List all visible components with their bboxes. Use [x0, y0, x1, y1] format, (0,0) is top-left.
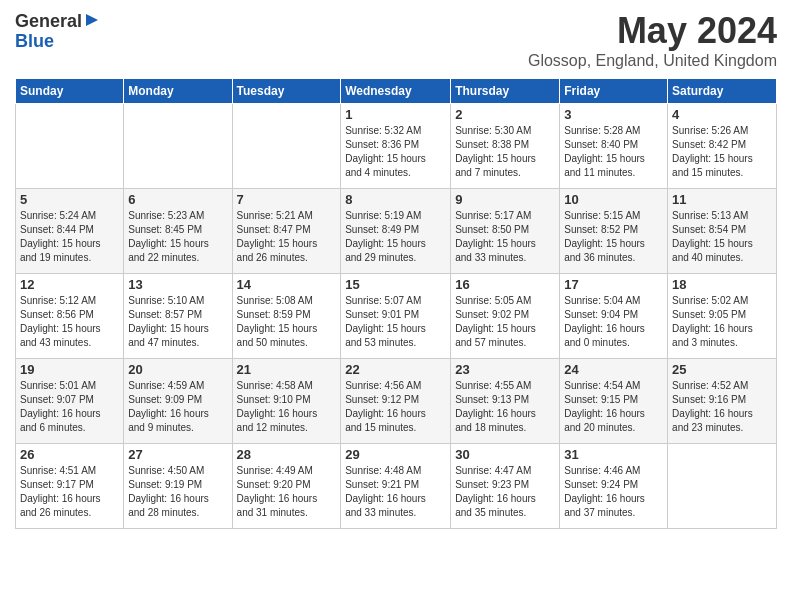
- calendar-cell: 26Sunrise: 4:51 AM Sunset: 9:17 PM Dayli…: [16, 444, 124, 529]
- calendar-cell: 30Sunrise: 4:47 AM Sunset: 9:23 PM Dayli…: [451, 444, 560, 529]
- calendar-cell: 6Sunrise: 5:23 AM Sunset: 8:45 PM Daylig…: [124, 189, 232, 274]
- day-detail: Sunrise: 4:49 AM Sunset: 9:20 PM Dayligh…: [237, 464, 337, 520]
- day-detail: Sunrise: 4:48 AM Sunset: 9:21 PM Dayligh…: [345, 464, 446, 520]
- day-detail: Sunrise: 4:46 AM Sunset: 9:24 PM Dayligh…: [564, 464, 663, 520]
- day-detail: Sunrise: 5:07 AM Sunset: 9:01 PM Dayligh…: [345, 294, 446, 350]
- logo: General Blue: [15, 10, 100, 50]
- day-detail: Sunrise: 4:56 AM Sunset: 9:12 PM Dayligh…: [345, 379, 446, 435]
- day-number: 4: [672, 107, 772, 122]
- day-number: 2: [455, 107, 555, 122]
- calendar-cell: 21Sunrise: 4:58 AM Sunset: 9:10 PM Dayli…: [232, 359, 341, 444]
- calendar-cell: [668, 444, 777, 529]
- calendar-cell: 12Sunrise: 5:12 AM Sunset: 8:56 PM Dayli…: [16, 274, 124, 359]
- calendar-cell: 29Sunrise: 4:48 AM Sunset: 9:21 PM Dayli…: [341, 444, 451, 529]
- col-header-sunday: Sunday: [16, 79, 124, 104]
- day-number: 11: [672, 192, 772, 207]
- calendar-cell: 16Sunrise: 5:05 AM Sunset: 9:02 PM Dayli…: [451, 274, 560, 359]
- col-header-thursday: Thursday: [451, 79, 560, 104]
- day-number: 6: [128, 192, 227, 207]
- calendar-cell: 25Sunrise: 4:52 AM Sunset: 9:16 PM Dayli…: [668, 359, 777, 444]
- day-detail: Sunrise: 5:15 AM Sunset: 8:52 PM Dayligh…: [564, 209, 663, 265]
- day-number: 27: [128, 447, 227, 462]
- day-detail: Sunrise: 5:02 AM Sunset: 9:05 PM Dayligh…: [672, 294, 772, 350]
- day-number: 24: [564, 362, 663, 377]
- day-number: 14: [237, 277, 337, 292]
- col-header-wednesday: Wednesday: [341, 79, 451, 104]
- calendar-cell: 27Sunrise: 4:50 AM Sunset: 9:19 PM Dayli…: [124, 444, 232, 529]
- day-number: 20: [128, 362, 227, 377]
- day-detail: Sunrise: 5:24 AM Sunset: 8:44 PM Dayligh…: [20, 209, 119, 265]
- day-detail: Sunrise: 5:19 AM Sunset: 8:49 PM Dayligh…: [345, 209, 446, 265]
- day-detail: Sunrise: 4:50 AM Sunset: 9:19 PM Dayligh…: [128, 464, 227, 520]
- col-header-monday: Monday: [124, 79, 232, 104]
- calendar-cell: 17Sunrise: 5:04 AM Sunset: 9:04 PM Dayli…: [560, 274, 668, 359]
- day-detail: Sunrise: 5:08 AM Sunset: 8:59 PM Dayligh…: [237, 294, 337, 350]
- day-number: 28: [237, 447, 337, 462]
- day-detail: Sunrise: 4:59 AM Sunset: 9:09 PM Dayligh…: [128, 379, 227, 435]
- day-number: 7: [237, 192, 337, 207]
- day-detail: Sunrise: 4:47 AM Sunset: 9:23 PM Dayligh…: [455, 464, 555, 520]
- day-detail: Sunrise: 5:05 AM Sunset: 9:02 PM Dayligh…: [455, 294, 555, 350]
- calendar-cell: [232, 104, 341, 189]
- calendar-cell: 19Sunrise: 5:01 AM Sunset: 9:07 PM Dayli…: [16, 359, 124, 444]
- day-detail: Sunrise: 4:58 AM Sunset: 9:10 PM Dayligh…: [237, 379, 337, 435]
- calendar-cell: 20Sunrise: 4:59 AM Sunset: 9:09 PM Dayli…: [124, 359, 232, 444]
- calendar-cell: 1Sunrise: 5:32 AM Sunset: 8:36 PM Daylig…: [341, 104, 451, 189]
- calendar-cell: 22Sunrise: 4:56 AM Sunset: 9:12 PM Dayli…: [341, 359, 451, 444]
- calendar-cell: 13Sunrise: 5:10 AM Sunset: 8:57 PM Dayli…: [124, 274, 232, 359]
- calendar-cell: [124, 104, 232, 189]
- calendar-header-row: SundayMondayTuesdayWednesdayThursdayFrid…: [16, 79, 777, 104]
- calendar-week-row: 19Sunrise: 5:01 AM Sunset: 9:07 PM Dayli…: [16, 359, 777, 444]
- day-detail: Sunrise: 5:32 AM Sunset: 8:36 PM Dayligh…: [345, 124, 446, 180]
- col-header-tuesday: Tuesday: [232, 79, 341, 104]
- svg-marker-0: [86, 14, 98, 26]
- calendar-cell: 18Sunrise: 5:02 AM Sunset: 9:05 PM Dayli…: [668, 274, 777, 359]
- day-detail: Sunrise: 5:30 AM Sunset: 8:38 PM Dayligh…: [455, 124, 555, 180]
- calendar-cell: 8Sunrise: 5:19 AM Sunset: 8:49 PM Daylig…: [341, 189, 451, 274]
- day-detail: Sunrise: 5:10 AM Sunset: 8:57 PM Dayligh…: [128, 294, 227, 350]
- calendar-cell: 31Sunrise: 4:46 AM Sunset: 9:24 PM Dayli…: [560, 444, 668, 529]
- calendar-cell: 4Sunrise: 5:26 AM Sunset: 8:42 PM Daylig…: [668, 104, 777, 189]
- month-title: May 2024: [528, 10, 777, 52]
- day-number: 23: [455, 362, 555, 377]
- calendar-cell: 24Sunrise: 4:54 AM Sunset: 9:15 PM Dayli…: [560, 359, 668, 444]
- logo-blue-text: Blue: [15, 32, 54, 50]
- day-number: 25: [672, 362, 772, 377]
- day-detail: Sunrise: 5:12 AM Sunset: 8:56 PM Dayligh…: [20, 294, 119, 350]
- day-detail: Sunrise: 4:51 AM Sunset: 9:17 PM Dayligh…: [20, 464, 119, 520]
- calendar-cell: 2Sunrise: 5:30 AM Sunset: 8:38 PM Daylig…: [451, 104, 560, 189]
- day-number: 15: [345, 277, 446, 292]
- day-number: 3: [564, 107, 663, 122]
- logo-general-text: General: [15, 11, 82, 32]
- day-number: 8: [345, 192, 446, 207]
- day-number: 9: [455, 192, 555, 207]
- day-number: 26: [20, 447, 119, 462]
- day-detail: Sunrise: 4:55 AM Sunset: 9:13 PM Dayligh…: [455, 379, 555, 435]
- location-title: Glossop, England, United Kingdom: [528, 52, 777, 70]
- header: General Blue May 2024 Glossop, England, …: [15, 10, 777, 70]
- day-number: 16: [455, 277, 555, 292]
- day-number: 19: [20, 362, 119, 377]
- calendar-week-row: 1Sunrise: 5:32 AM Sunset: 8:36 PM Daylig…: [16, 104, 777, 189]
- day-number: 22: [345, 362, 446, 377]
- day-number: 30: [455, 447, 555, 462]
- day-number: 17: [564, 277, 663, 292]
- day-number: 13: [128, 277, 227, 292]
- calendar-cell: [16, 104, 124, 189]
- calendar-cell: 11Sunrise: 5:13 AM Sunset: 8:54 PM Dayli…: [668, 189, 777, 274]
- day-detail: Sunrise: 5:26 AM Sunset: 8:42 PM Dayligh…: [672, 124, 772, 180]
- calendar-cell: 7Sunrise: 5:21 AM Sunset: 8:47 PM Daylig…: [232, 189, 341, 274]
- day-number: 10: [564, 192, 663, 207]
- day-detail: Sunrise: 4:52 AM Sunset: 9:16 PM Dayligh…: [672, 379, 772, 435]
- calendar-week-row: 12Sunrise: 5:12 AM Sunset: 8:56 PM Dayli…: [16, 274, 777, 359]
- day-detail: Sunrise: 4:54 AM Sunset: 9:15 PM Dayligh…: [564, 379, 663, 435]
- day-detail: Sunrise: 5:17 AM Sunset: 8:50 PM Dayligh…: [455, 209, 555, 265]
- calendar-cell: 3Sunrise: 5:28 AM Sunset: 8:40 PM Daylig…: [560, 104, 668, 189]
- calendar-cell: 14Sunrise: 5:08 AM Sunset: 8:59 PM Dayli…: [232, 274, 341, 359]
- day-number: 29: [345, 447, 446, 462]
- day-detail: Sunrise: 5:04 AM Sunset: 9:04 PM Dayligh…: [564, 294, 663, 350]
- day-number: 31: [564, 447, 663, 462]
- calendar-week-row: 5Sunrise: 5:24 AM Sunset: 8:44 PM Daylig…: [16, 189, 777, 274]
- day-detail: Sunrise: 5:23 AM Sunset: 8:45 PM Dayligh…: [128, 209, 227, 265]
- calendar-cell: 28Sunrise: 4:49 AM Sunset: 9:20 PM Dayli…: [232, 444, 341, 529]
